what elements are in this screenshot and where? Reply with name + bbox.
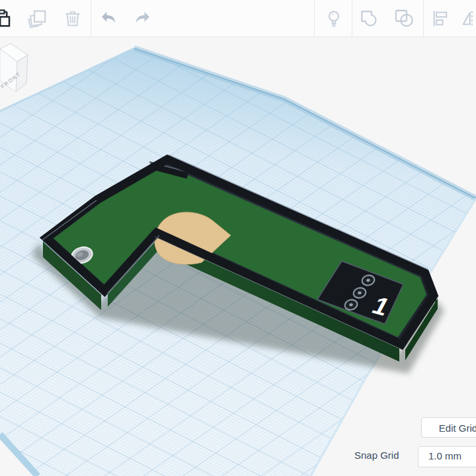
trash-icon — [63, 9, 82, 28]
duplicate-icon — [28, 9, 48, 28]
toolbar-separator — [352, 0, 352, 36]
toolbar-separator — [91, 0, 91, 36]
top-toolbar — [0, 0, 476, 37]
toolbar-separator — [314, 0, 315, 36]
lightbulb-icon — [325, 9, 343, 28]
duplicate-button[interactable] — [27, 8, 48, 29]
group-icon — [358, 8, 379, 29]
align-icon — [431, 9, 450, 28]
snap-grid-label: Snap Grid — [354, 450, 399, 461]
snap-grid-value: 1.0 mm — [428, 450, 461, 461]
edit-grid-button[interactable]: Edit Grid — [421, 417, 476, 438]
tinkercad-editor: 1 FRONT — [0, 0, 476, 476]
ungroup-icon — [393, 8, 415, 29]
group-button[interactable] — [358, 8, 379, 29]
undo-button[interactable] — [98, 8, 119, 29]
align-button[interactable] — [430, 8, 451, 29]
visibility-button[interactable] — [323, 8, 344, 29]
viewport[interactable]: 1 FRONT — [0, 37, 476, 476]
flip-icon — [461, 9, 476, 28]
paste-icon — [0, 9, 13, 28]
paste-button[interactable] — [0, 8, 13, 29]
redo-button[interactable] — [132, 8, 153, 29]
view-cube[interactable]: FRONT — [0, 44, 28, 92]
delete-button[interactable] — [62, 8, 83, 29]
redo-icon — [133, 9, 153, 28]
toolbar-separator — [423, 0, 424, 36]
ungroup-button[interactable] — [393, 8, 415, 29]
undo-icon — [99, 9, 118, 28]
snap-grid-select[interactable]: 1.0 mm — [418, 446, 476, 467]
flip-button[interactable] — [460, 8, 476, 29]
scene-3d: 1 FRONT — [0, 37, 476, 476]
